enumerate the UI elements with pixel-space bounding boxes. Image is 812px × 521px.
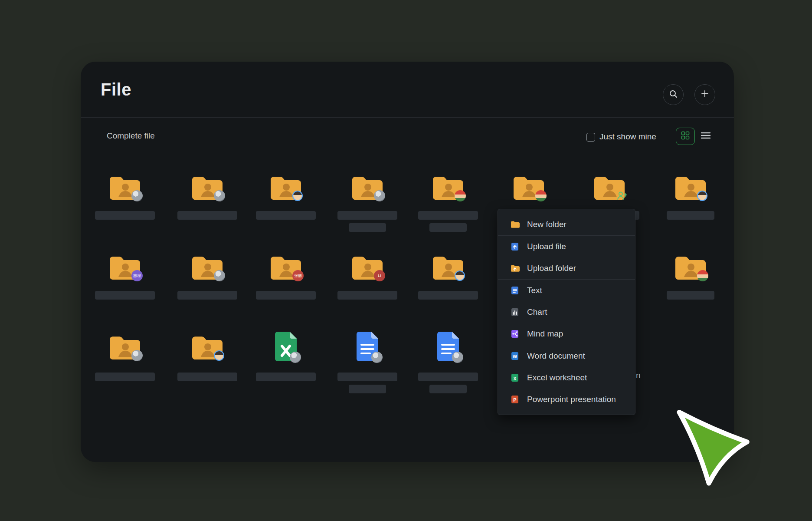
file-item[interactable]	[416, 169, 481, 202]
file-manager-window: File Complete file Just show mine	[81, 62, 734, 462]
avatar-badge	[697, 191, 707, 201]
avatar-badge: 志程	[131, 270, 143, 281]
avatar-badge	[455, 190, 466, 201]
folder-icon: 张丽	[253, 249, 318, 282]
avatar-badge	[455, 270, 465, 281]
avatar-badge	[214, 190, 225, 201]
file-item[interactable]	[496, 169, 561, 202]
menu-item-label: Upload folder	[527, 264, 576, 273]
filename-placeholder	[429, 223, 467, 232]
file-item[interactable]	[175, 249, 240, 282]
file-item[interactable]	[253, 169, 318, 202]
menu-group: Upload fileUpload folder	[498, 235, 635, 279]
list-view-icon	[701, 132, 711, 141]
folder-icon	[335, 169, 400, 202]
file-item[interactable]: LI	[335, 249, 400, 282]
file-item[interactable]: 志程	[92, 249, 157, 282]
occluded-label-fragment: n	[636, 371, 641, 380]
menu-item-chart[interactable]: Chart	[498, 301, 635, 323]
filename-placeholder	[177, 373, 237, 381]
avatar-badge	[371, 352, 383, 363]
avatar-badge	[374, 190, 385, 201]
text-doc-icon	[510, 286, 520, 295]
file-item[interactable]	[416, 329, 481, 362]
menu-item-label: Chart	[527, 307, 547, 317]
file-item[interactable]	[416, 249, 481, 282]
menu-group: New folder	[498, 214, 635, 235]
file-item[interactable]	[92, 329, 157, 362]
file-item[interactable]	[92, 169, 157, 202]
just-show-mine-label: Just show mine	[599, 132, 656, 142]
filename-placeholder	[256, 211, 316, 220]
filename-placeholder	[177, 291, 237, 300]
avatar-badge	[535, 190, 547, 201]
filename-placeholder	[418, 373, 478, 381]
folder-icon	[92, 329, 157, 362]
magnifier-icon	[669, 89, 678, 100]
member-add-icon	[616, 190, 627, 201]
filename-placeholder	[177, 211, 237, 220]
folder-icon	[416, 249, 481, 282]
file-item[interactable]: 张丽	[253, 249, 318, 282]
file-item[interactable]	[175, 169, 240, 202]
filename-placeholder	[256, 291, 316, 300]
avatar-badge	[131, 190, 143, 201]
menu-item-mind-map[interactable]: Mind map	[498, 323, 635, 345]
upload-file-icon	[510, 242, 520, 251]
svg-text:P: P	[513, 397, 516, 402]
avatar-badge	[214, 350, 224, 361]
menu-item-word-document[interactable]: WWord document	[498, 345, 635, 367]
add-button[interactable]	[694, 84, 715, 105]
menu-item-label: Upload file	[527, 242, 566, 251]
file-item[interactable]	[658, 249, 723, 282]
file-item[interactable]	[577, 169, 642, 202]
search-button[interactable]	[663, 84, 684, 105]
chart-icon	[510, 307, 520, 317]
filename-placeholder	[418, 211, 478, 220]
filename-placeholder	[667, 211, 714, 220]
list-view-button[interactable]	[700, 132, 711, 141]
avatar-badge	[214, 270, 225, 281]
menu-item-label: New folder	[527, 220, 566, 229]
menu-item-label: Word document	[527, 351, 585, 361]
menu-item-text[interactable]: Text	[498, 280, 635, 301]
section-label: Complete file	[107, 131, 155, 141]
folder-icon	[175, 249, 240, 282]
doc-icon	[416, 329, 481, 362]
folder-icon	[658, 249, 723, 282]
file-item[interactable]	[253, 329, 318, 362]
cursor-arrow-icon	[674, 410, 753, 490]
avatar-badge	[697, 270, 708, 281]
file-item[interactable]	[175, 329, 240, 362]
filename-placeholder	[95, 211, 155, 220]
menu-item-new-folder[interactable]: New folder	[498, 214, 635, 235]
folder-icon	[658, 169, 723, 202]
plus-icon	[701, 89, 709, 100]
page-title: File	[101, 80, 131, 99]
file-item[interactable]	[658, 169, 723, 202]
menu-group: WWord documentxExcel worksheetPPowerpoin…	[498, 345, 635, 410]
file-item[interactable]	[335, 329, 400, 362]
avatar-badge	[452, 352, 463, 363]
folder-icon	[175, 329, 240, 362]
grid-view-icon	[681, 131, 690, 142]
avatar-badge: LI	[374, 270, 385, 281]
just-show-mine-checkbox[interactable]	[586, 133, 595, 142]
powerpoint-icon: P	[510, 395, 520, 404]
grid-view-button[interactable]	[676, 128, 695, 145]
menu-item-upload-folder[interactable]: Upload folder	[498, 257, 635, 279]
menu-group: TextChartMind map	[498, 279, 635, 345]
doc-icon	[335, 329, 400, 362]
file-item[interactable]	[335, 169, 400, 202]
filename-placeholder	[337, 373, 397, 381]
folder-icon	[496, 169, 561, 202]
menu-item-upload-file[interactable]: Upload file	[498, 236, 635, 257]
avatar-badge	[131, 350, 143, 361]
create-context-menu: New folderUpload fileUpload folderTextCh…	[498, 209, 635, 415]
excel-icon: x	[510, 373, 520, 383]
menu-item-label: Powerpoint presentation	[527, 395, 616, 404]
excel-icon	[253, 329, 318, 362]
filename-placeholder	[256, 373, 316, 381]
menu-item-powerpoint-presentation[interactable]: PPowerpoint presentation	[498, 389, 635, 410]
menu-item-excel-worksheet[interactable]: xExcel worksheet	[498, 367, 635, 389]
